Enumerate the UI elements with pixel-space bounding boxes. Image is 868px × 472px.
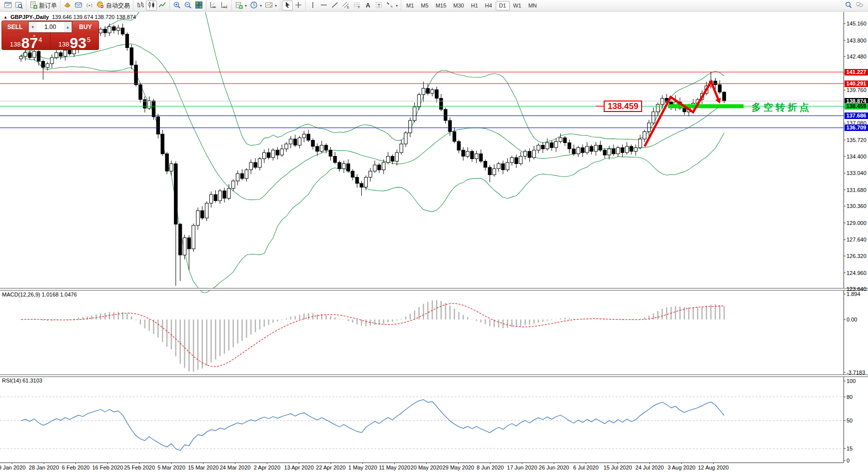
sell-button[interactable]: SELL <box>2 21 28 33</box>
hline-button[interactable] <box>318 0 329 10</box>
macd-indicator-label: MACD(12,26,9) 1.0168 1.0476 <box>2 292 77 298</box>
period-button[interactable]: ▾ <box>248 0 263 10</box>
timeframe-m1-button[interactable]: M1 <box>403 1 417 10</box>
timeframe-mn-button[interactable]: MN <box>525 1 540 10</box>
template-button[interactable]: ▾ <box>263 0 278 10</box>
period-icon <box>250 1 258 10</box>
dropdown-caret-icon: ▾ <box>245 4 247 8</box>
signal-button[interactable] <box>84 0 95 10</box>
price-axis-tick: 131.680 <box>847 187 867 193</box>
chart-window-icon <box>4 1 12 10</box>
price-level-badge: 136.709 <box>845 124 868 131</box>
zoom-out-icon <box>184 1 192 10</box>
line-chart-button[interactable] <box>157 0 168 10</box>
dropdown-caret-icon: ▾ <box>260 4 262 8</box>
arrows-button[interactable]: ▾ <box>384 0 399 10</box>
chat-icon <box>856 1 864 10</box>
timeframe-d1-button[interactable]: D1 <box>496 1 510 10</box>
fibo-button[interactable]: F <box>351 0 362 10</box>
tile-windows-button[interactable] <box>193 0 204 10</box>
channel-button[interactable]: E <box>340 0 351 10</box>
fibo-icon: F <box>353 1 361 10</box>
date-axis-label: 15 Mar 2020 <box>188 464 219 470</box>
price-level-badge: 137.686 <box>845 112 868 119</box>
bar-chart-button[interactable] <box>135 0 146 10</box>
chinese-annotation-text[interactable]: 多空转折点 <box>752 101 812 114</box>
gold-widget-icon <box>63 1 71 10</box>
autotrade-button[interactable]: 自动交易 <box>95 0 131 10</box>
price-axis-tick: 143.800 <box>847 38 867 44</box>
new-chart-button[interactable]: ▾ <box>233 0 248 10</box>
timeframe-w1-button[interactable]: W1 <box>510 1 525 10</box>
hline-icon <box>320 1 328 10</box>
data-window-button[interactable] <box>13 0 24 10</box>
collapse-panel-icon[interactable]: ▲ <box>3 15 7 20</box>
date-axis-label: 24 Jul 2020 <box>636 464 664 470</box>
timeframe-h4-button[interactable]: H4 <box>482 1 496 10</box>
symbol-header: ▲ GBPJPY-,Daily 139.646 139.674 138.720 … <box>3 14 136 20</box>
date-axis-label: 1 May 2020 <box>348 464 377 470</box>
price-axis-tick: 135.720 <box>847 137 867 143</box>
price-axis-tick: 134.400 <box>847 154 867 160</box>
bid-price-display[interactable]: ◆ 138 87 4 <box>2 33 50 50</box>
timeframe-m5-button[interactable]: M5 <box>417 1 432 10</box>
mailbox-button[interactable] <box>73 0 84 10</box>
date-axis-label: 3 Aug 2020 <box>668 464 696 470</box>
volume-control: ▼ ▲ <box>28 22 72 32</box>
chart-window-button[interactable] <box>2 0 13 10</box>
gold-widget-button[interactable] <box>62 0 73 10</box>
chart-shift-icon <box>220 1 228 10</box>
new-order-button[interactable]: 新订单 <box>28 0 58 10</box>
date-axis-label: 2 Apr 2020 <box>254 464 280 470</box>
timeframe-m15-button[interactable]: M15 <box>432 1 450 10</box>
date-axis-label: 13 Apr 2020 <box>284 464 314 470</box>
new-order-label: 新订单 <box>39 2 57 10</box>
trendline-icon <box>331 1 339 10</box>
date-axis-label: 9 Jan 2020 <box>0 464 25 470</box>
mailbox-icon <box>74 1 82 10</box>
chart-plot-area[interactable] <box>0 12 868 472</box>
trendline-button[interactable] <box>329 0 340 10</box>
buy-button[interactable]: BUY <box>72 21 98 33</box>
volume-step-down-button[interactable]: ▼ <box>29 22 36 32</box>
chart-window[interactable]: ▲ GBPJPY-,Daily 139.646 139.674 138.720 … <box>0 12 868 472</box>
line-chart-icon <box>158 1 166 10</box>
ask-price-display[interactable]: 138 93 5 <box>50 33 98 50</box>
volume-input[interactable] <box>36 24 64 30</box>
zoom-out-button[interactable] <box>182 0 193 10</box>
toolbar: 新订单自动交易▾▾▾EFAT▾M1M5M15M30H1H4D1W1MN <box>0 0 868 12</box>
toolbar-right <box>843 0 865 12</box>
price-axis-tick: 129.000 <box>847 220 867 226</box>
one-click-trading-panel: SELL ▼ ▲ BUY ◆ 138 87 4 138 93 5 <box>1 20 99 50</box>
autoscroll-button[interactable] <box>208 0 219 10</box>
search-button[interactable] <box>843 1 854 11</box>
macd-axis-tick: 0.00 <box>847 316 857 322</box>
chart-shift-button[interactable] <box>219 0 230 10</box>
panel-divider-main-macd[interactable] <box>0 288 868 290</box>
spread-marker-icon: ◆ <box>33 34 35 37</box>
crosshair-icon <box>294 1 302 10</box>
date-axis-label: 26 Jun 2020 <box>539 464 569 470</box>
chat-button[interactable] <box>854 1 865 11</box>
channel-icon: E <box>342 1 350 10</box>
date-axis-label: 24 Mar 2020 <box>220 464 251 470</box>
zoom-in-button[interactable] <box>171 0 182 10</box>
cursor-button[interactable] <box>282 0 293 10</box>
label-t-button[interactable]: T <box>373 0 384 10</box>
timeframe-h1-button[interactable]: H1 <box>467 1 481 10</box>
date-axis-label: 25 Feb 2020 <box>124 464 155 470</box>
candle-chart-button[interactable] <box>146 0 157 10</box>
price-annotation-label[interactable]: 138.459 <box>604 100 642 112</box>
volume-step-up-button[interactable]: ▲ <box>64 22 71 32</box>
text-a-button[interactable]: A <box>362 0 373 10</box>
macd-axis-tick: 1.894 <box>847 291 861 297</box>
price-axis-tick: 124.960 <box>847 270 867 276</box>
cursor-icon <box>283 1 291 10</box>
macd-axis-tick: -3.7183 <box>847 370 865 376</box>
timeframe-m30-button[interactable]: M30 <box>450 1 467 10</box>
dropdown-caret-icon: ▾ <box>275 4 277 8</box>
price-axis-tick: 133.040 <box>847 170 867 176</box>
panel-divider-macd-rsi[interactable] <box>0 374 868 377</box>
vline-button[interactable] <box>307 0 318 10</box>
crosshair-button[interactable] <box>293 0 304 10</box>
